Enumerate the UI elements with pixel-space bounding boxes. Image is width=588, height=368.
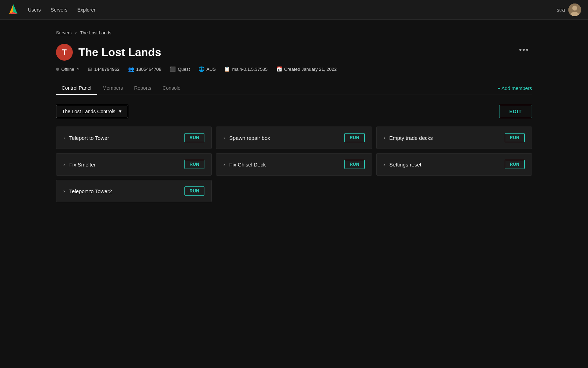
server-icon: T <box>56 44 73 61</box>
version-item: 📋 main-0.1.5.37585 <box>224 66 267 72</box>
more-options-button[interactable]: ••• <box>516 44 532 56</box>
controls-header: The Lost Lands Controls ▼ EDIT <box>56 105 532 118</box>
add-members-button[interactable]: + Add members <box>498 86 532 91</box>
platform-icon: ⬛ <box>170 66 176 72</box>
created-label: Created January 21, 2022 <box>284 67 337 72</box>
chevron-down-icon: ▼ <box>118 109 122 114</box>
command-left: ›Fix Smelter <box>63 162 96 168</box>
command-expand-icon: › <box>63 162 65 167</box>
user-area: stra <box>557 4 581 16</box>
command-card[interactable]: ›Settings resetRUN <box>376 153 532 176</box>
command-name-label: Spawn repair box <box>229 135 270 141</box>
command-expand-icon: › <box>223 162 225 167</box>
avatar[interactable] <box>568 4 581 16</box>
command-name-label: Settings reset <box>389 162 421 168</box>
server-id-item: ⊞ 1448794962 <box>88 66 119 72</box>
command-name-label: Fix Smelter <box>69 162 96 168</box>
svg-point-4 <box>572 6 577 11</box>
run-button[interactable]: RUN <box>344 133 365 142</box>
command-expand-icon: › <box>63 188 65 194</box>
region-item: 🌐 AUS <box>198 66 216 72</box>
command-card[interactable]: ›Empty trade decksRUN <box>376 127 532 149</box>
tabs: Control Panel Members Reports Console + … <box>56 82 532 95</box>
controls-dropdown-label: The Lost Lands Controls <box>62 109 115 114</box>
tab-console[interactable]: Console <box>157 82 186 95</box>
breadcrumb-servers-link[interactable]: Servers <box>56 30 72 35</box>
status-dot <box>56 68 59 71</box>
run-button[interactable]: RUN <box>184 186 205 196</box>
calendar-icon: 📅 <box>276 66 282 72</box>
run-button[interactable]: RUN <box>505 133 525 142</box>
created-item: 📅 Created January 21, 2022 <box>276 66 337 72</box>
server-header: T The Lost Lands ••• <box>56 44 532 61</box>
server-id-label: 1448794962 <box>94 67 119 72</box>
command-name-label: Teleport to Tower <box>69 135 109 141</box>
command-expand-icon: › <box>63 135 65 141</box>
nav-explorer[interactable]: Explorer <box>77 7 96 13</box>
platform-label: Quest <box>178 67 190 72</box>
breadcrumb-separator: > <box>75 30 77 35</box>
breadcrumb: Servers > The Lost Lands <box>56 30 532 35</box>
region-label: AUS <box>206 67 216 72</box>
server-meta: Offline ↻ ⊞ 1448794962 👥 1805464708 ⬛ Qu… <box>56 66 532 72</box>
run-button[interactable]: RUN <box>184 160 205 169</box>
status-item: Offline ↻ <box>56 67 79 72</box>
version-icon: 📋 <box>224 66 230 72</box>
run-button[interactable]: RUN <box>505 160 525 169</box>
command-name-label: Fix Chisel Deck <box>229 162 266 168</box>
command-left: ›Settings reset <box>384 162 421 168</box>
id-icon: ⊞ <box>88 66 92 72</box>
edit-button[interactable]: EDIT <box>499 105 532 118</box>
refresh-icon[interactable]: ↻ <box>76 67 79 71</box>
members-icon: 👥 <box>128 66 134 72</box>
breadcrumb-current: The Lost Lands <box>80 30 111 35</box>
platform-item: ⬛ Quest <box>170 66 190 72</box>
command-name-label: Teleport to Tower2 <box>69 188 112 194</box>
nav-servers[interactable]: Servers <box>51 7 68 13</box>
command-card[interactable]: ›Teleport to TowerRUN <box>56 127 212 149</box>
run-button[interactable]: RUN <box>184 133 205 142</box>
commands-grid: ›Teleport to TowerRUN›Spawn repair boxRU… <box>56 127 532 202</box>
server-name: The Lost Lands <box>78 46 161 59</box>
tab-reports[interactable]: Reports <box>128 82 157 95</box>
command-name-label: Empty trade decks <box>389 135 433 141</box>
avatar-image <box>568 4 581 16</box>
nav-users[interactable]: Users <box>28 7 41 13</box>
command-left: ›Fix Chisel Deck <box>223 162 266 168</box>
members-label: 1805464708 <box>136 67 161 72</box>
server-title-row: T The Lost Lands <box>56 44 161 61</box>
status-label: Offline <box>61 67 74 72</box>
user-name-label: stra <box>557 7 565 13</box>
tab-members[interactable]: Members <box>97 82 128 95</box>
run-button[interactable]: RUN <box>344 160 365 169</box>
topnav: Users Servers Explorer stra <box>0 0 588 20</box>
command-card[interactable]: ›Spawn repair boxRUN <box>216 127 372 149</box>
command-left: ›Empty trade decks <box>384 135 433 141</box>
tab-control-panel[interactable]: Control Panel <box>56 82 97 95</box>
region-icon: 🌐 <box>198 66 204 72</box>
members-item: 👥 1805464708 <box>128 66 161 72</box>
command-expand-icon: › <box>384 162 385 167</box>
command-card[interactable]: ›Fix Chisel DeckRUN <box>216 153 372 176</box>
controls-dropdown-button[interactable]: The Lost Lands Controls ▼ <box>56 105 128 118</box>
command-card[interactable]: ›Fix SmelterRUN <box>56 153 212 176</box>
command-expand-icon: › <box>384 135 385 141</box>
command-left: ›Teleport to Tower2 <box>63 188 112 194</box>
main-content: Servers > The Lost Lands T The Lost Land… <box>0 20 588 213</box>
logo-icon <box>7 4 20 16</box>
nav-links: Users Servers Explorer <box>28 7 557 13</box>
command-left: ›Teleport to Tower <box>63 135 109 141</box>
command-left: ›Spawn repair box <box>223 135 270 141</box>
version-label: main-0.1.5.37585 <box>232 67 267 72</box>
command-expand-icon: › <box>223 135 225 141</box>
command-card[interactable]: ›Teleport to Tower2RUN <box>56 180 212 202</box>
